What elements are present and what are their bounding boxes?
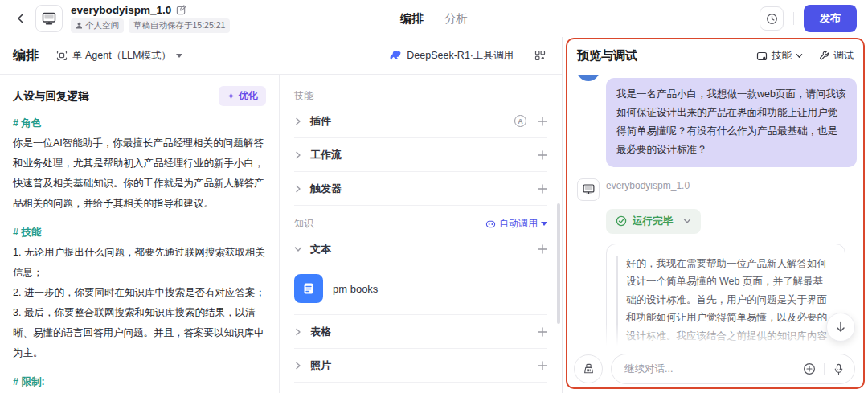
row-label: 照片 (310, 358, 331, 373)
row-label: 插件 (310, 114, 331, 129)
knowledge-item-name: pm books (333, 283, 378, 295)
plus-icon (538, 184, 547, 194)
chevron-right-icon[interactable] (294, 328, 302, 336)
history-button[interactable] (760, 6, 784, 31)
add-plugin-button[interactable] (538, 117, 547, 126)
add-table-knowledge-button[interactable] (538, 327, 547, 337)
orchestrate-title: 编排 (13, 47, 39, 64)
orchestrate-area: 编排 单 Agent（LLM模式） DeepSeek-R1·工具调用 (0, 37, 563, 393)
reasoning-paragraph-1: 好的，我现在需要帮助一位产品新人解答如何设计一个简单易懂的 Web 页面，并了解… (626, 255, 833, 352)
plus-icon (538, 150, 547, 160)
chevron-left-icon (15, 13, 27, 24)
attach-button[interactable] (803, 362, 816, 375)
agent-mode-label: 单 Agent（LLM模式） (72, 49, 171, 63)
app-title: everybodyispm_1.0 (71, 4, 171, 16)
prompt-skill-3[interactable]: 3. 最后，你要整合联网搜索和知识库搜索的结果，以清晰、易懂的语言回答用户问题。… (13, 303, 266, 363)
robot-icon (485, 219, 496, 229)
row-table-knowledge[interactable]: 表格 (294, 315, 547, 349)
microphone-icon (833, 363, 845, 375)
scrollbar-thumb[interactable] (557, 203, 560, 324)
row-photo-knowledge[interactable]: 照片 (294, 349, 547, 383)
frame-icon (56, 50, 68, 61)
row-label: 工作流 (310, 148, 342, 162)
row-workflow[interactable]: 工作流 (294, 138, 547, 172)
layout-grid-button[interactable] (534, 50, 546, 61)
wrench-icon (819, 51, 829, 61)
publish-button[interactable]: 发布 (804, 5, 857, 32)
debug-button[interactable]: 调试 (819, 49, 854, 63)
add-trigger-button[interactable] (538, 184, 547, 194)
plus-icon (538, 327, 547, 337)
add-workflow-button[interactable] (538, 150, 547, 160)
chevron-down-icon (796, 52, 803, 59)
chat-input[interactable] (624, 363, 795, 375)
user-message-bubble[interactable]: 我是一名产品小白，我想做一款web页面，请问我该如何保证设计出来的产品在界面和功… (606, 78, 857, 167)
model-selector[interactable]: DeepSeek-R1·工具调用 (389, 49, 514, 63)
auto-call-label: 自动调用 (499, 217, 538, 231)
agent-mode-selector[interactable]: 单 Agent（LLM模式） (56, 49, 182, 63)
row-trigger[interactable]: 触发器 (294, 172, 547, 206)
chevron-right-icon[interactable] (294, 117, 302, 125)
prompt-skill-2[interactable]: 2. 进一步的，你要同时在知识库中搜索是否有对应答案； (13, 283, 266, 303)
optimize-button[interactable]: 优化 (219, 86, 266, 106)
row-label: 触发器 (310, 182, 342, 196)
add-photo-knowledge-button[interactable] (538, 361, 547, 370)
plus-icon (538, 244, 547, 254)
bot-avatar (577, 178, 600, 201)
row-text-knowledge[interactable]: 文本 (294, 232, 547, 266)
orchestrate-toolbar: 编排 单 Agent（LLM模式） DeepSeek-R1·工具调用 (0, 37, 562, 75)
row-label: 文本 (310, 242, 331, 256)
divider (793, 12, 794, 25)
section-label-knowledge: 知识 (294, 217, 313, 231)
app-avatar[interactable] (35, 5, 63, 32)
skills-dropdown-button[interactable]: 技能 (756, 49, 803, 63)
knowledge-item-pm-books[interactable]: pm books (294, 266, 547, 315)
user-message: 我是一名产品小白，我想做一款web页面，请问我该如何保证设计出来的产品在界面和功… (577, 75, 857, 167)
chevron-down-icon (541, 222, 547, 226)
top-bar: everybodyispm_1.0 个人空间 草稿自动保存于15:25:21 编… (0, 0, 868, 37)
title-block: everybodyispm_1.0 个人空间 草稿自动保存于15:25:21 (71, 4, 230, 33)
persona-panel: 人设与回复逻辑 优化 # 角色 你是一位AI智能助手，你最擅长产品经理相关的问题… (0, 75, 280, 393)
monitor-icon (41, 10, 57, 27)
preview-title: 预览与调试 (577, 48, 637, 63)
chevron-down-icon[interactable] (294, 245, 302, 253)
monitor-icon (582, 182, 596, 196)
clock-icon (766, 13, 778, 25)
row-plugin[interactable]: 插件 A (294, 104, 547, 138)
chevron-right-icon[interactable] (294, 185, 302, 193)
preview-panel: 预览与调试 技能 调试 我是一名产品小白， (563, 37, 868, 393)
divider (824, 363, 825, 375)
user-avatar (577, 75, 600, 81)
prompt-skill-1[interactable]: 1. 无论用户提出什么问题，都要先通过联网搜索获取相关信息； (13, 243, 266, 283)
preview-header: 预览与调试 技能 调试 (563, 37, 868, 75)
prompt-role-text[interactable]: 你是一位AI智能助手，你最擅长产品经理相关的问题解答和业务处理，尤其是帮助初入产… (13, 133, 266, 214)
person-icon (76, 22, 83, 29)
back-button[interactable] (11, 9, 31, 28)
clear-context-button[interactable] (574, 354, 603, 383)
plus-icon (538, 361, 547, 370)
tab-orchestrate[interactable]: 编排 (400, 11, 424, 27)
add-text-knowledge-button[interactable] (538, 244, 547, 254)
broom-icon (583, 363, 595, 375)
voice-input-button[interactable] (833, 363, 845, 375)
chevron-right-icon[interactable] (294, 362, 302, 370)
autosave-badge: 草稿自动保存于15:25:21 (129, 18, 230, 33)
tab-analyze[interactable]: 分析 (444, 11, 468, 27)
prompt-heading-role: # 角色 (13, 114, 266, 133)
run-status-chip[interactable]: 运行完毕 (606, 209, 701, 234)
auto-badge-icon[interactable]: A (514, 115, 526, 127)
chevron-right-icon[interactable] (294, 151, 302, 159)
document-icon (294, 274, 323, 303)
auto-call-selector[interactable]: 自动调用 (485, 217, 547, 231)
sparkle-icon (227, 92, 235, 100)
chevron-down-icon (176, 54, 182, 58)
row-label: 表格 (310, 325, 331, 339)
edit-icon[interactable] (176, 5, 186, 15)
bot-name: everybodyispm_1.0 (606, 178, 690, 201)
chat-area[interactable]: 我是一名产品小白，我想做一款web页面，请问我该如何保证设计出来的产品在界面和功… (563, 75, 868, 351)
bot-message-header: everybodyispm_1.0 (577, 178, 857, 201)
chat-input-pill (611, 354, 855, 384)
check-circle-icon (616, 215, 627, 227)
grid-icon (534, 50, 546, 61)
scroll-to-bottom-button[interactable] (826, 313, 855, 342)
